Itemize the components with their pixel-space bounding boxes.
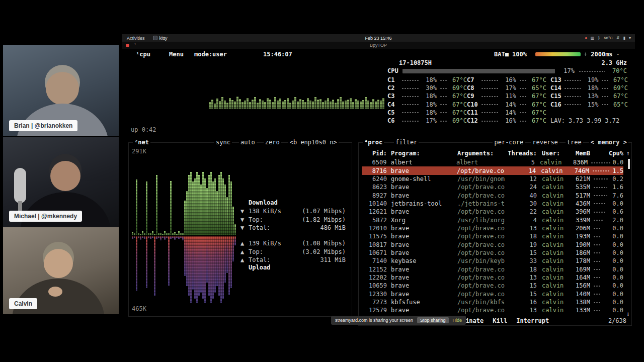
column-header-memb[interactable]: MemB xyxy=(569,150,590,157)
process-row[interactable]: 12621brave/opt/brave.co22calvin396M0.6 xyxy=(362,208,623,216)
graph-bar xyxy=(254,97,256,109)
interval-increase-button[interactable]: + xyxy=(584,51,587,58)
process-row[interactable]: 8716brave/opt/brave.co14calvin746M1.5 xyxy=(362,166,623,174)
process-pid: 7273 xyxy=(362,299,387,306)
graph-bar xyxy=(178,231,180,235)
graph-bar xyxy=(226,236,228,273)
proc-filter-button[interactable]: filter xyxy=(394,139,419,146)
cpu-temp-indicator[interactable]: 66°C xyxy=(604,36,613,40)
process-row[interactable]: 12010brave/opt/brave.co13calvin206M0.0 xyxy=(362,224,623,232)
battery-icon[interactable]: ▮ xyxy=(623,36,625,40)
column-header-program[interactable]: Program: xyxy=(387,150,457,157)
activities-button[interactable]: Activities xyxy=(127,36,145,41)
process-pid: 5872 xyxy=(362,217,387,224)
core-percent: 13% xyxy=(583,93,598,100)
process-row[interactable]: 7140keybase/usr/bin/keyb33calvin178M0.0 xyxy=(362,257,623,265)
tab-proc[interactable]: ⁴proc xyxy=(363,139,384,146)
process-row[interactable]: 12330brave/opt/brave.co15calvin140M0.0 xyxy=(362,290,623,298)
process-row[interactable]: 12202brave/opt/brave.co13calvin164M0.0 xyxy=(362,274,623,282)
screen-record-icon[interactable]: ⏺ xyxy=(585,36,587,41)
tab-net[interactable]: ²net xyxy=(133,139,150,146)
battery-status: BAT■ 100% xyxy=(494,51,527,58)
proc-scrollbar[interactable] xyxy=(628,159,630,169)
system-tray[interactable]: ⏺▥ᛒ66°C⇵▮▾ xyxy=(585,36,631,41)
process-threads: 18 xyxy=(520,266,537,273)
process-memory: 836M xyxy=(567,159,588,166)
network-icon[interactable]: ⇵ xyxy=(616,36,620,40)
graph-bar xyxy=(210,236,212,303)
process-row[interactable]: 8623brave/opt/brave.co24calvin535M1.6 xyxy=(362,183,623,191)
column-header-arguments[interactable]: Arguments: xyxy=(457,150,506,157)
process-memory: 436M xyxy=(569,200,590,207)
hide-banner-button[interactable]: Hide xyxy=(453,318,462,323)
core-name: C16 xyxy=(550,101,564,108)
focused-app-indicator[interactable]: kitty xyxy=(153,36,168,41)
graph-bar xyxy=(220,172,222,235)
process-row[interactable]: 10671brave/opt/brave.co15calvin186M0.0 xyxy=(362,249,623,257)
column-header-pid[interactable]: Pid: xyxy=(362,150,387,157)
process-memory: 621M xyxy=(569,175,590,183)
process-program: keybase xyxy=(387,257,457,264)
process-row[interactable]: 10659brave/opt/brave.co15calvin156M0.0 xyxy=(362,282,623,290)
process-memory: 178M xyxy=(569,257,590,264)
stop-sharing-button[interactable]: Stop sharing xyxy=(417,317,449,323)
interval-decrease-button[interactable]: - xyxy=(616,51,620,58)
proc-tree-toggle[interactable]: tree xyxy=(566,139,583,146)
interrupt-button[interactable]: Interrupt xyxy=(516,317,549,324)
tab-cpu[interactable]: ¹cpu xyxy=(136,51,150,58)
direction-arrow-icon: ▲ xyxy=(240,256,249,263)
process-cpu-percent: 0.0 xyxy=(612,241,623,248)
process-row[interactable]: 11575brave/opt/brave.co18calvin193M0.0 xyxy=(362,232,623,240)
bluetooth-icon[interactable]: ᛒ xyxy=(598,36,600,40)
process-row[interactable]: 12152brave/opt/brave.co18calvin169M0.0 xyxy=(362,265,623,273)
process-arguments: /usr/bin/keyb xyxy=(457,257,520,264)
process-row[interactable]: 6240gnome-shell/usr/bin/gnom12calvin621M… xyxy=(362,175,623,183)
graph-bar xyxy=(214,104,216,109)
proc-reverse-toggle[interactable]: reverse xyxy=(531,139,559,146)
graph-bar xyxy=(142,236,143,238)
kill-button[interactable]: Kill xyxy=(493,317,507,324)
proc-per-core-toggle[interactable]: per-core xyxy=(493,139,525,146)
menu-button[interactable]: Menu xyxy=(169,51,184,58)
process-row[interactable]: 5872Xorg/usr/lib/xorg4calvin339M2.0 xyxy=(362,216,623,224)
net-sync-toggle[interactable]: sync xyxy=(214,139,232,146)
process-row[interactable]: 10140jetbrains-tool./jetbrains-t30calvin… xyxy=(362,200,623,208)
cpu-total-percent: 17% xyxy=(555,67,575,74)
gnome-clock[interactable]: Feb 23 15:46 xyxy=(365,36,391,41)
graph-bar xyxy=(138,233,139,235)
cpu-core-c6: C617%69°C xyxy=(387,117,467,125)
cpu-total-label: CPU xyxy=(387,67,398,74)
column-header-cpu[interactable]: Cpu% xyxy=(609,150,623,157)
graph-bar xyxy=(210,172,212,235)
core-temp-meter xyxy=(601,86,609,90)
graph-bar xyxy=(212,182,214,235)
screenshare-icon[interactable]: ▥ xyxy=(591,36,595,40)
process-row[interactable]: 10817brave/opt/brave.co19calvin190M0.0 xyxy=(362,240,623,248)
terminal-title-bar: ¹ BpyTOP xyxy=(122,42,635,49)
mode-indicator[interactable]: mode:user xyxy=(194,51,227,58)
tray-chevron-icon[interactable]: ▾ xyxy=(629,36,631,40)
process-row[interactable]: 6509albertalbert5calvin836M0.0 xyxy=(362,158,623,166)
process-row[interactable]: 8927brave/opt/brave.co40calvin517M7.6 xyxy=(362,191,623,199)
download-scale: 291K xyxy=(132,148,146,155)
graph-bar xyxy=(182,236,184,240)
direction-arrow-icon: ▼ xyxy=(240,208,249,215)
net-interface-selector[interactable]: <b enp10s0 n> xyxy=(288,139,339,146)
process-user: calvin xyxy=(537,200,569,207)
scroll-down-icon[interactable]: ↓ xyxy=(626,310,630,317)
net-zero-toggle[interactable]: zero xyxy=(264,139,281,146)
column-header-threads[interactable]: Threads: xyxy=(506,150,537,157)
process-row[interactable]: 7273kbfsfuse/usr/bin/kbfs16calvin138M0.0 xyxy=(362,298,623,306)
core-cell-empty xyxy=(550,109,628,117)
net-auto-toggle[interactable]: auto xyxy=(239,139,257,146)
proc-sort-selector[interactable]: < memory > xyxy=(589,139,628,146)
process-pid: 12202 xyxy=(362,274,387,281)
graph-bar xyxy=(236,97,238,109)
graph-bar xyxy=(144,236,145,239)
column-header-user[interactable]: User: xyxy=(537,150,569,157)
graph-bar xyxy=(152,231,153,235)
process-row[interactable]: 12579brave/opt/brave.co13calvin133M0.0 xyxy=(362,306,623,314)
webcam-michael: Michael | @mkennedy xyxy=(3,137,119,227)
close-window-icon[interactable] xyxy=(126,44,129,47)
scroll-up-icon[interactable]: ↑ xyxy=(626,150,630,157)
